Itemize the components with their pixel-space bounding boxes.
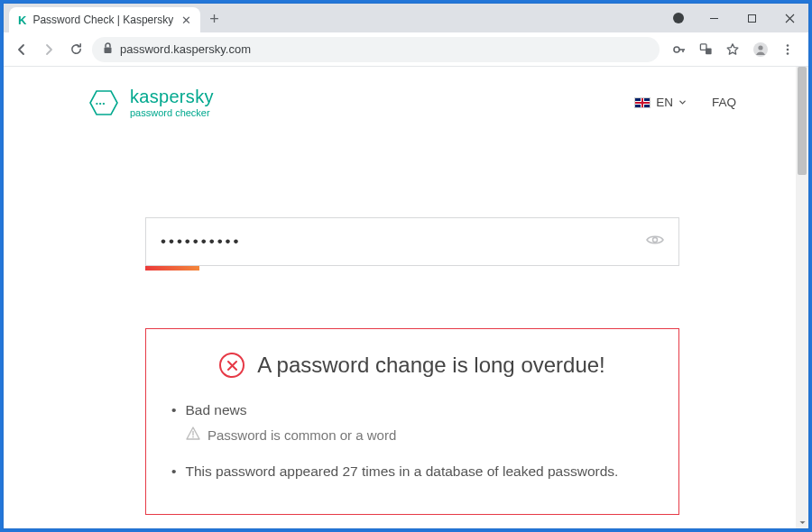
faq-link[interactable]: FAQ [712,96,736,109]
maximize-button[interactable] [733,4,770,32]
chevron-down-icon [678,98,687,106]
strength-meter [145,266,199,271]
eye-icon[interactable] [646,234,664,250]
result-title: A password change is long overdue! [257,353,605,378]
language-selector[interactable]: EN [634,96,687,109]
address-bar[interactable]: password.kaspersky.com [92,37,660,62]
menu-icon[interactable] [781,43,794,56]
flag-uk-icon [634,97,651,108]
star-icon[interactable] [725,42,740,57]
svg-point-13 [787,48,789,50]
result-item: • This password appeared 27 times in a d… [171,461,653,482]
result-item: • Bad news [171,399,653,420]
url-text: password.kaspersky.com [120,42,251,56]
browser-tab[interactable]: K Password Check | Kaspersky ✕ [9,7,200,32]
lock-icon [103,42,113,57]
window-controls [673,4,808,32]
toolbar: password.kaspersky.com [4,32,808,67]
language-label: EN [656,96,673,109]
back-button[interactable] [11,39,32,60]
logo-icon: ••• [88,89,119,116]
result-box: A password change is long overdue! • Bad… [145,328,679,515]
reload-button[interactable] [65,39,87,60]
minimize-button[interactable] [695,4,733,32]
scroll-down-icon[interactable] [796,516,808,528]
profile-icon[interactable] [752,41,769,58]
svg-point-14 [787,52,789,55]
tab-title: Password Check | Kaspersky [32,14,173,26]
svg-rect-8 [700,44,706,50]
bullet-icon: • [171,399,176,420]
svg-rect-1 [748,14,755,22]
forward-button[interactable] [38,39,60,60]
svg-point-12 [787,44,789,47]
close-tab-icon[interactable]: ✕ [180,14,193,27]
scrollbar-thumb[interactable] [798,67,807,175]
svg-text:•••: ••• [96,99,106,107]
svg-point-11 [758,45,762,50]
password-masked-value: •••••••••• [161,233,242,251]
brand[interactable]: ••• kaspersky password checker [88,87,214,118]
svg-point-17 [653,238,658,243]
page-header: ••• kaspersky password checker EN FAQ [4,67,808,118]
translate-icon[interactable] [699,42,713,56]
error-circle-icon [219,353,245,378]
result-detail: Password is common or a word [186,426,653,446]
password-input[interactable]: •••••••••• [145,217,679,266]
bullet-icon: • [171,461,176,482]
account-dot-icon[interactable] [673,13,684,23]
result-item-text: Bad news [185,399,246,420]
new-tab-button[interactable]: + [200,10,228,32]
result-detail-text: Password is common or a word [208,426,396,446]
brand-subtitle: password checker [130,107,214,118]
close-window-button[interactable] [770,4,808,32]
svg-rect-9 [706,49,712,55]
favicon-icon: K [18,14,26,27]
page-content: ••• kaspersky password checker EN FAQ [4,67,808,528]
brand-name: kaspersky [130,87,214,107]
scrollbar[interactable] [796,67,808,528]
titlebar: K Password Check | Kaspersky ✕ + [4,4,808,32]
browser-window: K Password Check | Kaspersky ✕ + passwor… [4,4,808,528]
key-icon[interactable] [672,42,687,57]
warning-triangle-icon [186,426,200,446]
svg-point-5 [674,47,679,52]
svg-point-21 [192,436,194,438]
result-item-text: This password appeared 27 times in a dat… [185,461,618,482]
svg-rect-4 [105,47,112,53]
